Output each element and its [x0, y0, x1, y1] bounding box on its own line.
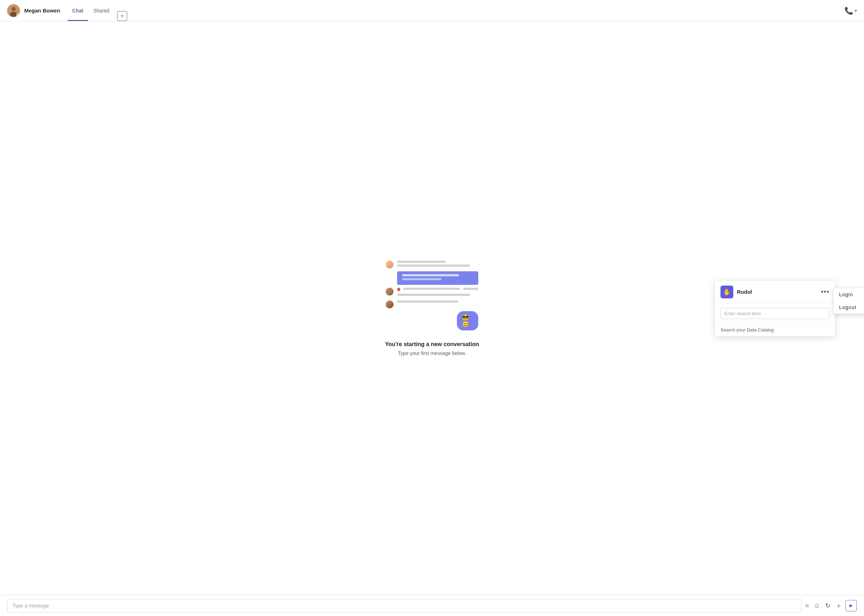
- header-right-actions: 📞 ▾: [844, 6, 857, 15]
- message-input[interactable]: [7, 599, 802, 613]
- user-name: Megan Bowen: [24, 8, 60, 14]
- send-button[interactable]: ►: [845, 600, 857, 611]
- loop-icon[interactable]: ↻: [825, 602, 831, 610]
- phone-icon: 📞: [844, 6, 853, 15]
- new-convo-title: You're starting a new conversation: [385, 341, 479, 347]
- svg-point-1: [11, 7, 16, 11]
- add-icon[interactable]: ＋: [836, 602, 842, 610]
- tab-chat[interactable]: Chat: [67, 0, 88, 21]
- new-conversation-illustration: 😎😊: [386, 261, 478, 330]
- avatar[interactable]: [7, 4, 20, 17]
- status-indicator: [16, 14, 20, 17]
- main-content: 😎😊 You're starting a new conversation Ty…: [0, 21, 864, 595]
- illus-avatar-2: [386, 288, 394, 295]
- illus-line: [397, 261, 446, 263]
- rudol-panel-header: ✋ Rudol ••• Login Logout: [715, 281, 835, 304]
- illus-avatar-3: [386, 300, 394, 308]
- header: Megan Bowen Chat Shared + 📞 ▾: [0, 0, 864, 21]
- tab-shared[interactable]: Shared: [88, 0, 114, 21]
- emoji-icon[interactable]: ☺: [814, 602, 820, 610]
- dropdown-menu: Login Logout: [833, 288, 864, 314]
- message-bar: ⌗ ☺ ↻ ＋ ►: [0, 595, 864, 616]
- format-icon[interactable]: ⌗: [805, 602, 809, 610]
- dropdown-login[interactable]: Login: [833, 288, 864, 301]
- new-convo-subtitle: Type your first message below.: [398, 350, 466, 356]
- more-options-button[interactable]: ••• Login Logout: [821, 288, 829, 296]
- illus-emoji-bubble: 😎😊: [457, 311, 478, 330]
- illus-line: [397, 264, 470, 267]
- rudol-name: Rudol: [737, 289, 821, 295]
- svg-point-2: [10, 12, 17, 17]
- rudol-panel: ✋ Rudol ••• Login Logout Search your Dat…: [715, 280, 836, 336]
- search-input[interactable]: [721, 308, 829, 319]
- add-tab-button[interactable]: +: [117, 11, 127, 21]
- tab-bar: Chat Shared +: [67, 0, 127, 21]
- rudol-search: [715, 304, 835, 324]
- chevron-down-icon: ▾: [855, 8, 857, 13]
- call-button[interactable]: 📞 ▾: [844, 6, 857, 15]
- send-icon: ►: [848, 602, 854, 609]
- catalog-text: Search your Data Catalog: [715, 324, 835, 336]
- toolbar-icons: ⌗ ☺ ↻ ＋: [805, 602, 842, 610]
- illus-avatar-1: [386, 261, 394, 269]
- rudol-icon: ✋: [721, 286, 733, 299]
- dropdown-logout[interactable]: Logout: [833, 301, 864, 314]
